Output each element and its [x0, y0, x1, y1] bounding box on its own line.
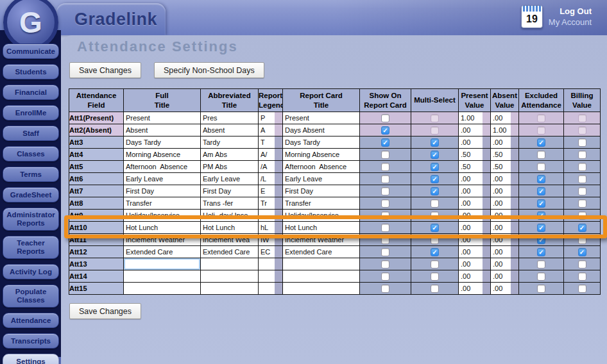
full-title-input[interactable]: [124, 258, 200, 270]
abbreviated-title-input[interactable]: [201, 112, 258, 124]
full-title-input[interactable]: [124, 246, 200, 258]
absent-value-input[interactable]: [491, 246, 511, 258]
present-value-input[interactable]: [459, 283, 483, 294]
show-on-report-card-checkbox[interactable]: [381, 163, 389, 171]
report-legend-input[interactable]: [259, 173, 275, 185]
multi-select-checkbox[interactable]: [431, 272, 439, 281]
billing-value-checkbox[interactable]: [578, 175, 586, 183]
report-card-title-input[interactable]: [283, 258, 359, 270]
abbreviated-title-input[interactable]: [201, 124, 258, 136]
multi-select-checkbox[interactable]: [431, 236, 439, 244]
present-value-input[interactable]: [459, 173, 483, 185]
full-title-input[interactable]: [124, 173, 200, 185]
report-legend-input[interactable]: [259, 149, 275, 160]
show-on-report-card-checkbox[interactable]: [381, 114, 389, 122]
full-title-input[interactable]: [124, 161, 200, 172]
report-legend-input[interactable]: [259, 112, 275, 124]
present-value-input[interactable]: [459, 222, 483, 233]
show-on-report-card-checkbox[interactable]: [381, 248, 389, 256]
full-title-input[interactable]: [124, 283, 200, 294]
absent-value-input[interactable]: [491, 124, 511, 136]
present-value-input[interactable]: [459, 161, 483, 172]
full-title-input[interactable]: [124, 136, 200, 148]
sidebar-item-students[interactable]: Students: [3, 64, 59, 79]
absent-value-input[interactable]: [491, 283, 511, 294]
billing-value-checkbox[interactable]: [578, 211, 586, 220]
absent-value-input[interactable]: [491, 161, 511, 172]
report-card-title-input[interactable]: [283, 112, 359, 124]
abbreviated-title-input[interactable]: [201, 210, 258, 221]
absent-value-input[interactable]: [491, 210, 511, 221]
report-legend-input[interactable]: [259, 136, 275, 148]
full-title-input[interactable]: [124, 197, 200, 209]
billing-value-checkbox[interactable]: [578, 236, 586, 244]
absent-value-input[interactable]: [491, 112, 511, 124]
present-value-input[interactable]: [459, 136, 483, 148]
excluded-attendance-checkbox[interactable]: [537, 199, 545, 208]
abbreviated-title-input[interactable]: [201, 149, 258, 160]
sidebar-item-transcripts[interactable]: Transcripts: [3, 333, 59, 349]
sidebar-item-enrollme[interactable]: EnrollMe: [3, 105, 59, 120]
full-title-input[interactable]: [124, 222, 200, 233]
full-title-input[interactable]: [124, 270, 200, 282]
absent-value-input[interactable]: [491, 173, 511, 185]
excluded-attendance-checkbox[interactable]: [537, 211, 545, 220]
report-legend-input[interactable]: [259, 270, 275, 282]
abbreviated-title-input[interactable]: [201, 258, 258, 270]
sidebar-item-settings[interactable]: Settings: [3, 354, 59, 364]
report-card-title-input[interactable]: [283, 124, 359, 136]
abbreviated-title-input[interactable]: [201, 270, 258, 282]
sidebar-item-classes[interactable]: Classes: [3, 146, 59, 161]
excluded-attendance-checkbox[interactable]: [537, 151, 545, 159]
sidebar-item-attendance[interactable]: Attendance: [3, 313, 59, 328]
show-on-report-card-checkbox[interactable]: [381, 224, 389, 232]
report-card-title-input[interactable]: [283, 197, 359, 209]
report-legend-input[interactable]: [259, 222, 275, 233]
billing-value-checkbox[interactable]: [578, 248, 586, 256]
multi-select-checkbox[interactable]: [431, 151, 439, 159]
multi-select-checkbox[interactable]: [431, 260, 439, 269]
present-value-input[interactable]: [459, 234, 483, 245]
show-on-report-card-checkbox[interactable]: [381, 236, 389, 244]
show-on-report-card-checkbox[interactable]: [381, 187, 389, 195]
full-title-input[interactable]: [124, 210, 200, 221]
show-on-report-card-checkbox[interactable]: [381, 272, 389, 281]
excluded-attendance-checkbox[interactable]: [537, 272, 545, 281]
sidebar-item-teacher-reports[interactable]: Teacher Reports: [3, 236, 59, 259]
report-legend-input[interactable]: [259, 283, 275, 294]
billing-value-checkbox[interactable]: [578, 199, 586, 208]
abbreviated-title-input[interactable]: [201, 234, 258, 245]
multi-select-checkbox[interactable]: [431, 175, 439, 183]
save-changes-button-top[interactable]: Save Changes: [69, 62, 141, 78]
billing-value-checkbox[interactable]: [578, 224, 586, 232]
sidebar-item-staff[interactable]: Staff: [3, 126, 59, 141]
multi-select-checkbox[interactable]: [431, 187, 439, 195]
excluded-attendance-checkbox[interactable]: [537, 138, 545, 147]
report-card-title-input[interactable]: [283, 185, 359, 197]
report-legend-input[interactable]: [259, 258, 275, 270]
abbreviated-title-input[interactable]: [201, 185, 258, 197]
absent-value-input[interactable]: [491, 185, 511, 197]
report-legend-input[interactable]: [259, 124, 275, 136]
absent-value-input[interactable]: [491, 234, 511, 245]
report-card-title-input[interactable]: [283, 136, 359, 148]
show-on-report-card-checkbox[interactable]: [381, 211, 389, 220]
absent-value-input[interactable]: [491, 270, 511, 282]
report-card-title-input[interactable]: [283, 270, 359, 282]
full-title-input[interactable]: [124, 149, 200, 160]
excluded-attendance-checkbox[interactable]: [537, 224, 545, 232]
present-value-input[interactable]: [459, 185, 483, 197]
billing-value-checkbox[interactable]: [578, 272, 586, 281]
billing-value-checkbox[interactable]: [578, 285, 586, 293]
report-card-title-input[interactable]: [283, 222, 359, 233]
multi-select-checkbox[interactable]: [431, 285, 439, 293]
report-card-title-input[interactable]: [283, 161, 359, 172]
report-legend-input[interactable]: [259, 161, 275, 172]
abbreviated-title-input[interactable]: [201, 283, 258, 294]
sidebar-item-financial[interactable]: Financial: [3, 85, 59, 100]
excluded-attendance-checkbox[interactable]: [537, 236, 545, 244]
save-changes-button-bottom[interactable]: Save Changes: [69, 303, 141, 319]
sidebar-item-activity-log[interactable]: Activity Log: [3, 264, 59, 279]
report-card-title-input[interactable]: [283, 246, 359, 258]
excluded-attendance-checkbox[interactable]: [537, 163, 545, 171]
